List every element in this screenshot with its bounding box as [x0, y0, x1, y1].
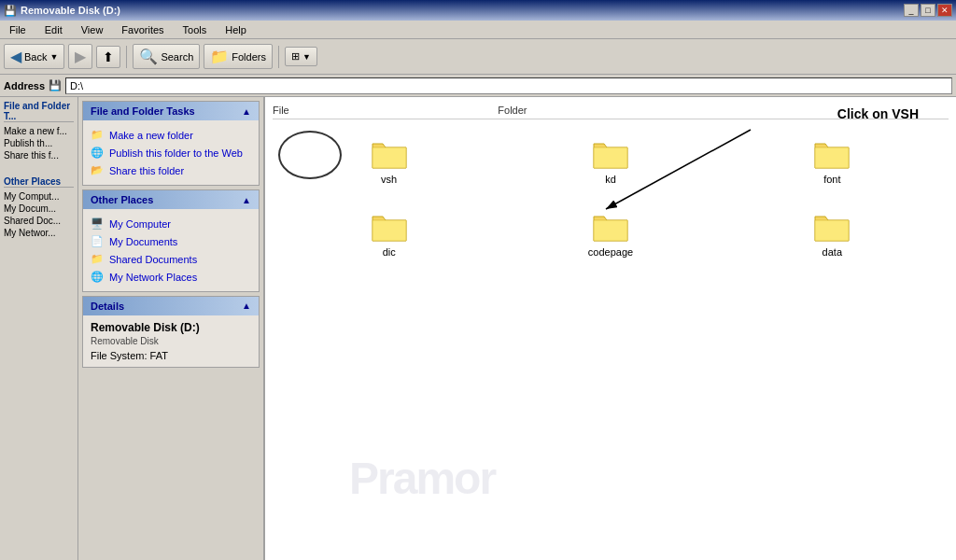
- search-button[interactable]: 🔍 Search: [133, 44, 200, 69]
- address-input[interactable]: [65, 77, 952, 94]
- details-disk-name: Removable Disk (D:): [91, 321, 251, 334]
- file-tasks-section: File and Folder Tasks ▲ 📁 Make a new fol…: [82, 101, 260, 186]
- make-new-folder-link[interactable]: 📁 Make a new folder: [91, 126, 251, 144]
- shared-documents-icon: 📁: [91, 253, 104, 265]
- details-disk-type: Removable Disk: [91, 336, 251, 346]
- my-network-places-link[interactable]: 🌐 My Network Places: [91, 268, 251, 286]
- outer-make-new[interactable]: Make a new f...: [4, 125, 74, 137]
- back-button[interactable]: ◀ Back ▼: [4, 44, 64, 69]
- file-tasks-collapse[interactable]: ▲: [242, 106, 251, 117]
- file-grid: vsh kd font: [273, 127, 949, 269]
- col-folder: Folder: [498, 105, 723, 116]
- vsh-folder-icon: [371, 138, 408, 170]
- outer-publish[interactable]: Publish th...: [4, 137, 74, 149]
- forward-button[interactable]: ▶: [68, 44, 92, 69]
- codepage-folder-icon: [592, 211, 629, 243]
- my-documents-icon: 📄: [91, 235, 104, 247]
- my-computer-icon: 🖥️: [91, 217, 104, 230]
- forward-icon: ▶: [75, 48, 86, 65]
- watermark: Pramor: [349, 453, 495, 504]
- address-label: Address: [4, 80, 45, 91]
- details-file-system: File System: FAT: [91, 350, 251, 361]
- dic-folder-icon: [371, 211, 408, 243]
- separator-1: [126, 46, 127, 68]
- my-computer-link[interactable]: 🖥️ My Computer: [91, 215, 251, 232]
- window-title: Removable Disk (D:): [21, 5, 120, 16]
- search-icon: 🔍: [139, 48, 158, 65]
- folder-vsh[interactable]: vsh: [288, 134, 490, 189]
- other-places-header[interactable]: Other Places ▲: [83, 190, 259, 209]
- vsh-circle-annotation: [278, 131, 342, 179]
- separator-2: [278, 46, 279, 68]
- details-title-label: Details: [91, 301, 124, 312]
- menu-file[interactable]: File: [4, 22, 32, 37]
- folders-button[interactable]: 📁 Folders: [204, 44, 273, 69]
- window-controls: _ □ ✕: [904, 4, 952, 17]
- up-button[interactable]: ⬆: [96, 46, 120, 68]
- kd-label: kd: [605, 174, 616, 185]
- back-icon: ◀: [10, 48, 21, 65]
- address-bar: Address 💾: [0, 75, 956, 97]
- menu-view[interactable]: View: [76, 22, 109, 37]
- toolbar: ◀ Back ▼ ▶ ⬆ 🔍 Search 📁 Folders ⊞ ▼: [0, 39, 956, 75]
- kd-folder-icon: [592, 138, 629, 170]
- folder-kd[interactable]: kd: [509, 134, 711, 189]
- window-icon: 💾: [4, 5, 17, 17]
- codepage-label: codepage: [588, 246, 633, 258]
- back-dropdown-icon[interactable]: ▼: [49, 52, 58, 62]
- annotation-text: Click on VSH: [837, 106, 919, 121]
- share-folder-link[interactable]: 📂 Share this folder: [91, 161, 251, 179]
- menu-edit[interactable]: Edit: [39, 22, 68, 37]
- menu-favorites[interactable]: Favorites: [116, 22, 169, 37]
- outer-other-places-title: Other Places: [4, 176, 74, 188]
- make-folder-icon: 📁: [91, 129, 104, 141]
- other-places-section: Other Places ▲ 🖥️ My Computer 📄 My Docum…: [82, 189, 260, 292]
- minimize-button[interactable]: _: [904, 4, 919, 17]
- outer-my-computer[interactable]: My Comput...: [4, 190, 74, 203]
- font-label: font: [823, 174, 840, 185]
- folder-codepage[interactable]: codepage: [509, 207, 711, 261]
- publish-folder-link[interactable]: 🌐 Publish this folder to the Web: [91, 144, 251, 161]
- font-folder-icon: [813, 138, 851, 170]
- file-area: Click on VSH File Folder: [265, 97, 956, 560]
- folders-icon: 📁: [210, 48, 229, 65]
- other-places-title: Other Places: [91, 194, 153, 205]
- folder-data[interactable]: data: [731, 207, 934, 261]
- details-collapse[interactable]: ▲: [242, 301, 251, 312]
- other-places-body: 🖥️ My Computer 📄 My Documents 📁 Shared D…: [83, 209, 259, 291]
- my-documents-link[interactable]: 📄 My Documents: [91, 232, 251, 250]
- menu-tools[interactable]: Tools: [177, 22, 213, 37]
- views-dropdown-icon[interactable]: ▼: [302, 52, 311, 62]
- outer-file-tasks-title: File and Folder T...: [4, 101, 74, 122]
- publish-icon: 🌐: [91, 147, 104, 159]
- details-body: Removable Disk (D:) Removable Disk File …: [83, 315, 259, 367]
- menu-help[interactable]: Help: [219, 22, 252, 37]
- vsh-label: vsh: [381, 174, 397, 185]
- close-button[interactable]: ✕: [937, 4, 952, 17]
- folder-font[interactable]: font: [731, 134, 934, 189]
- outer-my-network[interactable]: My Networ...: [4, 227, 74, 239]
- views-button[interactable]: ⊞ ▼: [285, 47, 317, 66]
- address-icon: 💾: [49, 79, 62, 91]
- details-section: Details ▲ Removable Disk (D:) Removable …: [82, 296, 260, 368]
- outer-shared-docs[interactable]: Shared Doc...: [4, 215, 74, 227]
- views-icon: ⊞: [291, 50, 300, 63]
- menu-bar: File Edit View Favorites Tools Help: [0, 21, 956, 39]
- col-file: File: [273, 105, 498, 116]
- outer-share[interactable]: Share this f...: [4, 149, 74, 161]
- file-tasks-body: 📁 Make a new folder 🌐 Publish this folde…: [83, 120, 259, 185]
- maximize-button[interactable]: □: [921, 4, 935, 17]
- dic-label: dic: [383, 246, 396, 258]
- folder-dic[interactable]: dic: [288, 207, 490, 261]
- up-icon: ⬆: [103, 49, 114, 64]
- share-icon: 📂: [91, 164, 104, 176]
- sidebar-main: File and Folder Tasks ▲ 📁 Make a new fol…: [78, 97, 265, 560]
- file-tasks-header[interactable]: File and Folder Tasks ▲: [83, 102, 259, 120]
- data-label: data: [822, 246, 842, 258]
- outer-my-documents[interactable]: My Docum...: [4, 203, 74, 215]
- file-tasks-title: File and Folder Tasks: [91, 105, 195, 117]
- shared-documents-link[interactable]: 📁 Shared Documents: [91, 250, 251, 268]
- network-places-icon: 🌐: [91, 271, 104, 283]
- other-places-collapse[interactable]: ▲: [242, 195, 251, 205]
- details-header[interactable]: Details ▲: [83, 297, 259, 315]
